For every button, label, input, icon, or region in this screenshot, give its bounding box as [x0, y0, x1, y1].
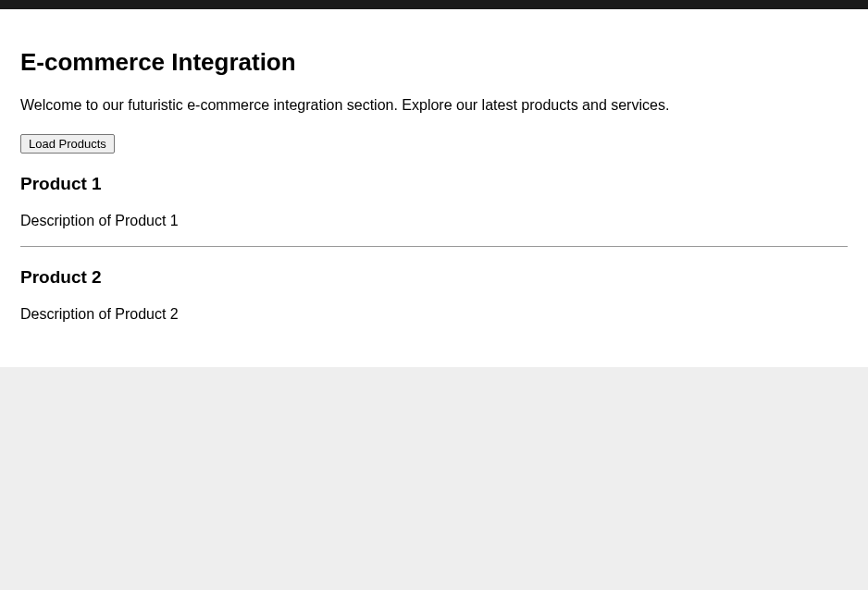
top-bar [0, 0, 868, 9]
product-title: Product 1 [20, 174, 848, 194]
product-item: Product 1 Description of Product 1 [20, 174, 848, 229]
product-description: Description of Product 1 [20, 213, 848, 229]
product-item: Product 2 Description of Product 2 [20, 267, 848, 323]
page-title: E-commerce Integration [20, 48, 848, 77]
product-title: Product 2 [20, 267, 848, 288]
divider [20, 246, 848, 247]
load-products-button[interactable]: Load Products [20, 134, 115, 154]
product-description: Description of Product 2 [20, 306, 848, 323]
products-list: Product 1 Description of Product 1 Produ… [20, 174, 848, 323]
intro-text: Welcome to our futuristic e-commerce int… [20, 97, 848, 114]
content-area: E-commerce Integration Welcome to our fu… [0, 9, 868, 367]
